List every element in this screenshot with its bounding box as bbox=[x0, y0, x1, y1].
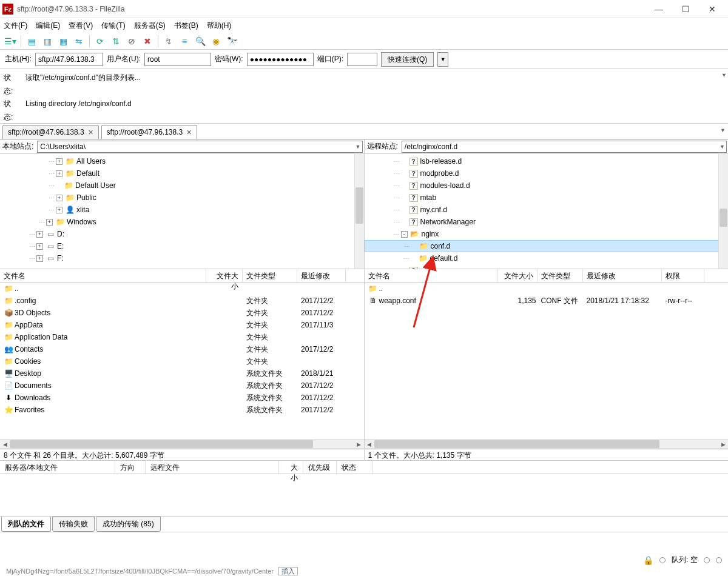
remote-filelist[interactable]: 文件名 文件大小 文件类型 最近修改 权限 📁..🗎weapp.conf1,13… bbox=[365, 269, 729, 449]
list-item[interactable]: 📁.. bbox=[365, 283, 729, 295]
list-item[interactable]: 📁.. bbox=[0, 283, 364, 295]
col-status[interactable]: 状态 bbox=[337, 461, 373, 474]
close-icon[interactable]: ✕ bbox=[186, 129, 192, 136]
quickconnect-button[interactable]: 快速连接(Q) bbox=[381, 52, 434, 67]
col-name[interactable]: 文件名 bbox=[0, 269, 206, 282]
col-direction[interactable]: 方向 bbox=[115, 461, 146, 474]
col-priority[interactable]: 优先级 bbox=[303, 461, 337, 474]
hscrollbar[interactable]: ◀ ▶ bbox=[0, 439, 364, 449]
tree-node[interactable]: ⋯?modules-load.d bbox=[365, 179, 729, 192]
host-input[interactable] bbox=[35, 53, 103, 66]
quickconnect-dropdown[interactable]: ▼ bbox=[437, 52, 448, 67]
col-remote[interactable]: 远程文件 bbox=[146, 461, 279, 474]
tree-node[interactable]: ⋯?ntp bbox=[365, 264, 729, 269]
list-item[interactable]: ⬇Downloads系统文件夹2017/12/2 bbox=[0, 392, 364, 404]
sync-icon[interactable]: ◉ bbox=[209, 35, 223, 48]
expand-icon[interactable]: + bbox=[56, 207, 62, 213]
cancel-icon[interactable]: ⊘ bbox=[125, 35, 138, 48]
port-input[interactable] bbox=[347, 53, 377, 66]
local-path-combo[interactable]: C:\Users\xlita\ ▼ bbox=[37, 141, 362, 153]
menu-edit[interactable]: 编辑(E) bbox=[36, 21, 60, 31]
tree-node[interactable]: ⋯📁Default User bbox=[0, 179, 364, 192]
tabs-dropdown-icon[interactable]: ▼ bbox=[720, 127, 726, 133]
col-server[interactable]: 服务器/本地文件 bbox=[0, 461, 115, 474]
list-item[interactable]: 📁Application Data文件夹 bbox=[0, 331, 364, 343]
tab-success[interactable]: 成功的传输 (85) bbox=[96, 517, 161, 532]
search-icon[interactable]: 🔭 bbox=[225, 35, 238, 48]
tree-node[interactable]: ⋯+▭E: bbox=[0, 240, 364, 252]
remote-tree[interactable]: ⋯?lsb-release.d⋯?modprobe.d⋯?modules-loa… bbox=[365, 154, 729, 269]
menu-transfer[interactable]: 传输(T) bbox=[101, 21, 125, 31]
disconnect-icon[interactable]: ✖ bbox=[141, 35, 154, 48]
col-size[interactable]: 文件大小 bbox=[498, 269, 538, 282]
list-item[interactable]: 📁AppData文件夹2017/11/3 bbox=[0, 319, 364, 331]
menu-file[interactable]: 文件(F) bbox=[4, 21, 27, 31]
tree-node[interactable]: ⋯?modprobe.d bbox=[365, 167, 729, 179]
col-modified[interactable]: 最近修改 bbox=[583, 269, 662, 282]
col-type[interactable]: 文件类型 bbox=[538, 269, 583, 282]
tree-node[interactable]: ⋯?mtab bbox=[365, 192, 729, 204]
list-item[interactable]: 📁.config文件夹2017/12/2 bbox=[0, 295, 364, 307]
expand-icon[interactable]: + bbox=[36, 243, 43, 250]
compare-icon[interactable]: 🔍 bbox=[194, 35, 207, 48]
tree-node[interactable]: ⋯+📁All Users bbox=[0, 155, 364, 167]
process-queue-icon[interactable]: ⇅ bbox=[109, 35, 123, 48]
connection-tab[interactable]: sftp://root@47.96.138.3✕ bbox=[2, 125, 99, 139]
expand-icon[interactable]: + bbox=[36, 255, 43, 262]
tree-node[interactable]: ⋯?my.cnf.d bbox=[365, 204, 729, 216]
expand-icon[interactable]: + bbox=[56, 170, 62, 177]
tree-node[interactable]: ⋯+▭D: bbox=[0, 228, 364, 240]
scrollbar[interactable] bbox=[718, 154, 728, 269]
expand-icon[interactable]: + bbox=[56, 195, 62, 201]
tree-node[interactable]: ⋯📁default.d bbox=[365, 252, 729, 264]
close-button[interactable]: ✕ bbox=[699, 1, 726, 18]
col-size[interactable]: 文件大小 bbox=[206, 269, 243, 282]
close-icon[interactable]: ✕ bbox=[88, 129, 93, 136]
tab-failed[interactable]: 传输失败 bbox=[52, 517, 95, 532]
tab-queued[interactable]: 列队的文件 bbox=[1, 517, 51, 532]
col-modified[interactable]: 最近修改 bbox=[297, 269, 346, 282]
connection-tab[interactable]: sftp://root@47.96.138.3✕ bbox=[101, 125, 198, 139]
tree-node[interactable]: ⋯📁conf.d bbox=[365, 240, 729, 252]
expand-icon[interactable]: + bbox=[36, 231, 43, 238]
col-size[interactable]: 大小 bbox=[279, 461, 303, 474]
list-item[interactable]: 🗎weapp.conf1,135CONF 文件2018/1/21 17:18:3… bbox=[365, 295, 729, 307]
toggle-queue-icon[interactable]: ⇆ bbox=[72, 35, 86, 48]
list-item[interactable]: 📄Documents系统文件夹2017/12/2 bbox=[0, 380, 364, 392]
tree-node[interactable]: ⋯+📁Windows bbox=[0, 216, 364, 228]
toggle-remote-tree-icon[interactable]: ▦ bbox=[56, 35, 70, 48]
list-item[interactable]: 📁Cookies文件夹 bbox=[0, 355, 364, 367]
col-type[interactable]: 文件类型 bbox=[243, 269, 297, 282]
list-item[interactable]: 🖥️Desktop系统文件夹2018/1/21 bbox=[0, 367, 364, 380]
list-item[interactable]: 👥Contacts文件夹2017/12/2 bbox=[0, 343, 364, 355]
tree-node[interactable]: ⋯-📂nginx bbox=[365, 228, 729, 240]
expand-icon[interactable]: - bbox=[401, 231, 408, 238]
username-input[interactable] bbox=[144, 53, 211, 66]
tree-node[interactable]: ⋯+📁Default bbox=[0, 167, 364, 179]
tree-node[interactable]: ⋯+👤xlita bbox=[0, 204, 364, 216]
reconnect-icon[interactable]: ↯ bbox=[162, 35, 175, 48]
scrollbar[interactable] bbox=[354, 154, 364, 269]
tree-node[interactable]: ⋯?NetworkManager bbox=[365, 216, 729, 228]
col-perm[interactable]: 权限 bbox=[662, 269, 704, 282]
list-item[interactable]: 📦3D Objects文件夹2017/12/2 bbox=[0, 307, 364, 319]
password-input[interactable] bbox=[247, 53, 314, 66]
menu-server[interactable]: 服务器(S) bbox=[134, 21, 166, 31]
local-filelist[interactable]: 文件名 文件大小 文件类型 最近修改 📁..📁.config文件夹2017/12… bbox=[0, 269, 364, 449]
local-tree[interactable]: ⋯+📁All Users⋯+📁Default⋯📁Default User⋯+📁P… bbox=[0, 154, 364, 269]
log-dropdown-icon[interactable]: ▼ bbox=[721, 70, 727, 80]
toggle-local-tree-icon[interactable]: ▥ bbox=[41, 35, 54, 48]
remote-path-combo[interactable]: /etc/nginx/conf.d ▼ bbox=[402, 141, 727, 153]
expand-icon[interactable]: + bbox=[46, 219, 53, 226]
expand-icon[interactable]: + bbox=[56, 158, 62, 165]
tree-node[interactable]: ⋯+▭F: bbox=[0, 252, 364, 264]
menu-help[interactable]: 帮助(H) bbox=[207, 21, 232, 31]
menu-view[interactable]: 查看(V) bbox=[69, 21, 93, 31]
hscrollbar[interactable]: ◀ ▶ bbox=[365, 439, 729, 449]
menu-bookmarks[interactable]: 书签(B) bbox=[174, 21, 198, 31]
minimize-button[interactable]: — bbox=[645, 1, 672, 18]
tree-node[interactable]: ⋯?lsb-release.d bbox=[365, 155, 729, 167]
list-item[interactable]: ⭐Favorites系统文件夹2017/12/2 bbox=[0, 404, 364, 416]
col-name[interactable]: 文件名 bbox=[365, 269, 498, 282]
maximize-button[interactable]: ☐ bbox=[672, 1, 699, 18]
